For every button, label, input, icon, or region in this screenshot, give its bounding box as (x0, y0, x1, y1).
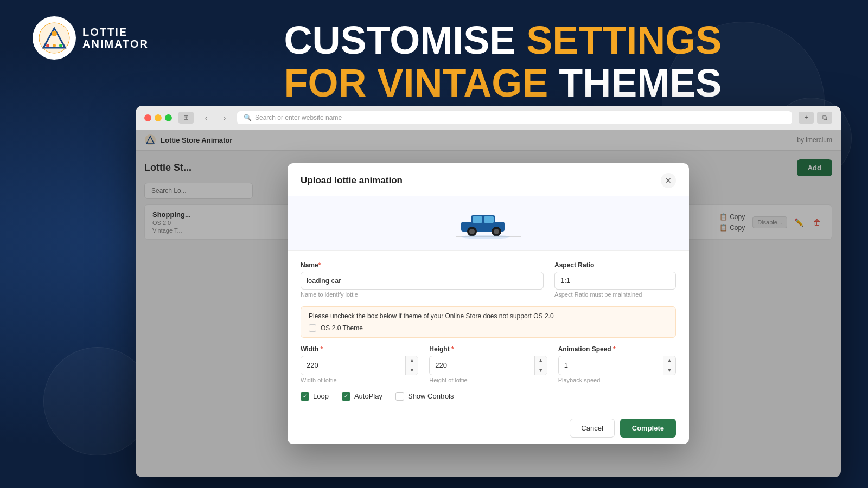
os-checkbox-label: OS 2.0 Theme (321, 324, 363, 332)
width-hint: Width of lottie (301, 377, 418, 383)
width-up-btn[interactable]: ▲ (406, 356, 418, 365)
svg-point-18 (461, 235, 510, 239)
os-checkbox[interactable] (309, 324, 316, 332)
width-input-group: ▲ ▼ (301, 356, 418, 375)
modal-overlay: Upload lottie animation ✕ (136, 130, 841, 477)
headline-line1-orange: SETTINGS (526, 18, 722, 62)
width-down-btn[interactable]: ▼ (406, 365, 418, 375)
width-spinner: ▲ ▼ (405, 356, 418, 375)
height-group: Height * ▲ ▼ Height of lottie (429, 345, 547, 383)
svg-point-3 (52, 31, 57, 36)
width-input[interactable] (301, 357, 405, 374)
modal-footer: Cancel Complete (288, 412, 689, 444)
header: LOTTIE ANIMATOR CUSTOMISE SETTINGS FOR V… (0, 0, 868, 121)
height-hint: Height of lottie (429, 377, 547, 383)
aspect-ratio-input[interactable] (554, 272, 676, 290)
dimensions-row: Width * ▲ ▼ Width of lottie (301, 345, 676, 383)
animation-speed-group: Animation Speed * ▲ ▼ Playback speed (558, 345, 676, 383)
height-label: Height * (429, 345, 547, 353)
traffic-light-green[interactable] (165, 114, 172, 121)
headline-text: CUSTOMISE SETTINGS FOR VINTAGE THEMES (170, 19, 835, 105)
speed-hint: Playback speed (558, 377, 676, 383)
loop-checkbox-item: ✓ Loop (301, 392, 329, 401)
address-bar[interactable]: 🔍 Search or enter website name (237, 111, 792, 124)
headline-line2-orange: FOR VINTAGE (284, 61, 548, 105)
name-group: Name* Name to identify lottie (301, 261, 544, 298)
height-input[interactable] (430, 357, 534, 374)
sidebar-toggle-btn[interactable]: ⊞ (178, 112, 194, 124)
logo-area: LOTTIE ANIMATOR (33, 16, 149, 60)
os-warning: Please uncheck the box below if theme of… (301, 306, 676, 338)
name-input[interactable] (301, 272, 544, 290)
modal-title: Upload lottie animation (301, 175, 403, 186)
browser-mockup: ⊞ ‹ › 🔍 Search or enter website name + ⧉… (136, 106, 841, 477)
height-up-btn[interactable]: ▲ (535, 356, 547, 365)
svg-point-14 (469, 229, 475, 234)
height-input-group: ▲ ▼ (429, 356, 547, 375)
browser-chrome: ⊞ ‹ › 🔍 Search or enter website name + ⧉ (136, 106, 841, 130)
width-label: Width * (301, 345, 418, 353)
autoplay-label: AutoPlay (354, 392, 382, 400)
modal-close-button[interactable]: ✕ (661, 173, 676, 188)
car-animation (456, 207, 521, 239)
address-placeholder: Search or enter website name (255, 114, 342, 121)
headline-line1-white: CUSTOMISE (284, 18, 527, 62)
checkboxes-row: ✓ Loop ✓ AutoPlay Show Controls (301, 392, 676, 401)
speed-spinner: ▲ ▼ (663, 356, 675, 375)
complete-button[interactable]: Complete (620, 419, 676, 438)
show-controls-checkbox-item: Show Controls (395, 392, 454, 401)
loop-checkbox[interactable]: ✓ (301, 392, 309, 401)
svg-point-6 (59, 44, 62, 47)
autoplay-checkbox[interactable]: ✓ (342, 392, 350, 401)
width-group: Width * ▲ ▼ Width of lottie (301, 345, 418, 383)
speed-input-group: ▲ ▼ (558, 356, 676, 375)
os-checkbox-row: OS 2.0 Theme (309, 324, 668, 332)
name-label: Name* (301, 261, 544, 269)
svg-point-4 (46, 44, 49, 47)
speed-down-btn[interactable]: ▼ (663, 365, 675, 375)
modal-header: Upload lottie animation ✕ (288, 163, 689, 196)
animation-preview (288, 196, 689, 251)
traffic-light-red[interactable] (144, 114, 151, 121)
close-icon: ✕ (665, 176, 672, 185)
headline-line2-white: THEMES (548, 61, 722, 105)
forward-btn[interactable]: › (219, 112, 231, 124)
modal: Upload lottie animation ✕ (288, 163, 689, 444)
traffic-lights (144, 114, 172, 121)
loop-label: Loop (313, 392, 329, 400)
aspect-ratio-group: Aspect Ratio Aspect Ratio must be mainta… (554, 261, 676, 298)
logo-text: LOTTIE ANIMATOR (82, 26, 149, 50)
name-required: * (318, 261, 321, 269)
new-tab-btn[interactable]: + (799, 112, 814, 124)
browser-content: Lottie Store Animator by imercium Lottie… (136, 130, 841, 477)
back-btn[interactable]: ‹ (200, 112, 212, 124)
autoplay-checkbox-item: ✓ AutoPlay (342, 392, 382, 401)
search-icon: 🔍 (244, 114, 252, 121)
traffic-light-yellow[interactable] (155, 114, 162, 121)
copy-tab-btn[interactable]: ⧉ (817, 112, 832, 124)
speed-up-btn[interactable]: ▲ (663, 356, 675, 365)
name-aspect-row: Name* Name to identify lottie Aspect Rat… (301, 261, 676, 298)
svg-point-16 (494, 229, 499, 234)
name-hint: Name to identify lottie (301, 291, 544, 298)
show-controls-label: Show Controls (408, 392, 454, 400)
os-warning-text: Please uncheck the box below if theme of… (309, 312, 668, 320)
modal-body: Name* Name to identify lottie Aspect Rat… (288, 251, 689, 412)
logo-icon (33, 16, 76, 60)
aspect-ratio-hint: Aspect Ratio must be maintained (554, 291, 676, 298)
browser-actions: + ⧉ (799, 112, 832, 124)
height-spinner: ▲ ▼ (534, 356, 547, 375)
brand-line2: ANIMATOR (82, 38, 149, 50)
aspect-ratio-label: Aspect Ratio (554, 261, 676, 269)
animation-speed-label: Animation Speed * (558, 345, 676, 353)
height-down-btn[interactable]: ▼ (535, 365, 547, 375)
headline: CUSTOMISE SETTINGS FOR VINTAGE THEMES (170, 16, 835, 105)
svg-rect-11 (473, 216, 482, 223)
animation-speed-input[interactable] (559, 357, 663, 374)
brand-line1: LOTTIE (82, 26, 149, 38)
svg-rect-12 (484, 216, 494, 223)
svg-point-5 (53, 44, 56, 47)
cancel-button[interactable]: Cancel (570, 419, 614, 438)
show-controls-checkbox[interactable] (395, 392, 404, 401)
